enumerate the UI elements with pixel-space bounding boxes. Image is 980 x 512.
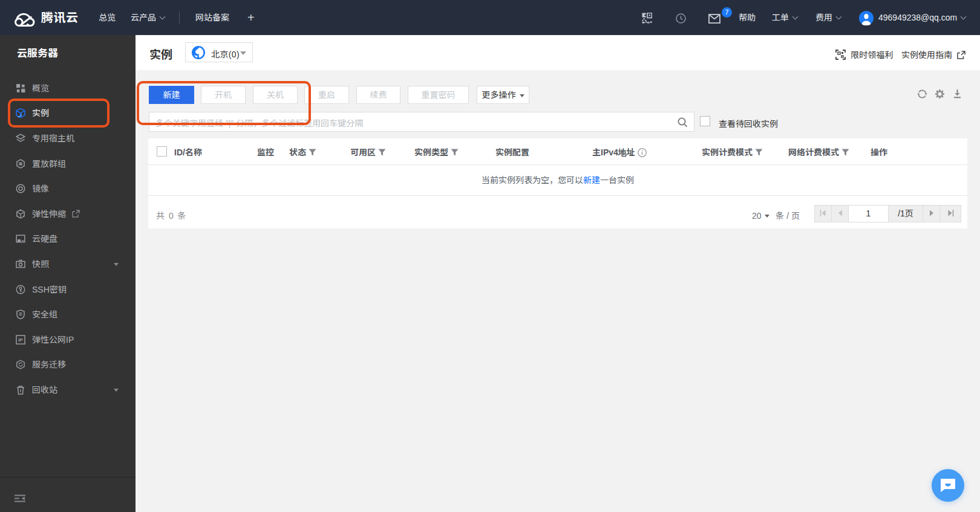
svg-text:IP: IP [18,337,23,343]
